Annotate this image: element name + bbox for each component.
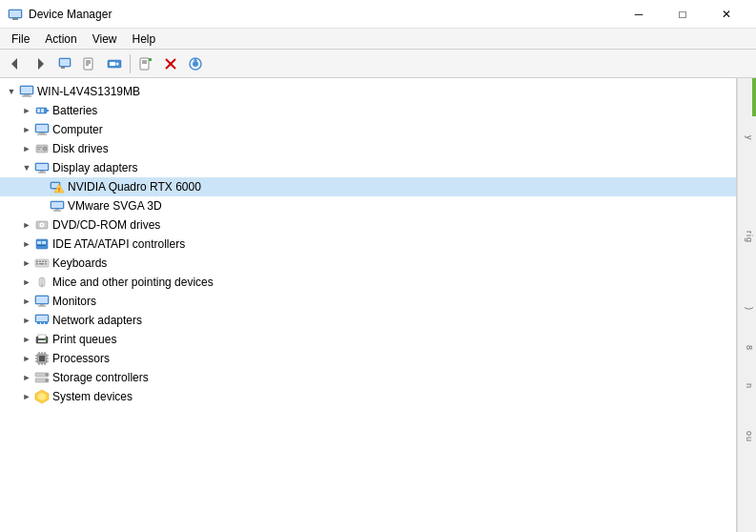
batteries-expand[interactable]: ► [19,103,34,118]
toolbar-separator-1 [130,54,131,73]
svg-rect-63 [42,261,44,263]
computer-label: Computer [52,123,103,136]
sidebar-annotation: y [741,135,754,141]
tree-root[interactable]: ▼ WIN-L4V4S1319MB [0,82,736,101]
title-bar: Device Manager ─ □ ✕ [0,0,756,29]
tree-item-ide[interactable]: ► IDE ATA/ATAPI controllers [0,235,736,254]
svg-rect-8 [84,58,92,70]
svg-rect-85 [39,356,45,361]
network-label: Network adapters [52,314,142,327]
svg-rect-59 [37,245,46,246]
keyboards-label: Keyboards [52,256,107,270]
svg-rect-2 [10,10,21,17]
displayadapters-expand[interactable]: ▼ [19,160,34,175]
tree-item-nvidia[interactable]: ► ! NVIDIA Quadro RTX 6000 [0,177,736,196]
svg-rect-74 [38,306,46,307]
tree-item-systemdevices[interactable]: ► System devices [0,387,736,406]
nvidia-label: NVIDIA Quadro RTX 6000 [68,180,201,194]
tree-item-mice[interactable]: ► Mice and other pointing devices [0,273,736,292]
svg-rect-73 [40,304,44,306]
svg-point-70 [41,284,43,286]
diskdrives-expand[interactable]: ► [19,141,34,156]
svg-rect-39 [37,149,40,150]
ide-expand[interactable]: ► [19,236,34,252]
batteries-label: Batteries [52,104,97,117]
tree-item-keyboards[interactable]: ► Keyboards [0,254,736,273]
tree-item-diskdrives[interactable]: ► Disk drives [0,139,736,158]
remove-button[interactable] [159,52,182,75]
processors-expand[interactable]: ► [19,351,34,366]
monitors-expand[interactable]: ► [19,294,34,309]
device-button[interactable] [103,52,126,75]
forward-button[interactable] [29,52,51,75]
svg-rect-34 [39,133,45,134]
menu-view[interactable]: View [85,31,125,48]
processors-icon [34,351,50,366]
menu-bar: File Action View Help [0,29,756,50]
svg-rect-1 [12,18,18,20]
ide-label: IDE ATA/ATAPI controllers [52,237,185,251]
tree-item-processors[interactable]: ► Proces [0,349,736,368]
keyboards-expand[interactable]: ► [19,256,34,271]
update-driver-button[interactable] [184,52,207,75]
svg-rect-30 [37,109,40,113]
tree-item-network[interactable]: ► Network adapters [0,311,736,330]
back-button[interactable] [4,52,27,75]
up-button[interactable] [53,52,76,75]
tree-item-storagecontrollers[interactable]: ► Storage controllers [0,368,736,387]
menu-help[interactable]: Help [125,31,164,48]
svg-rect-38 [37,147,42,148]
ide-icon [34,236,50,252]
computer2-icon [34,122,50,137]
svg-rect-64 [45,261,47,263]
storagecontrollers-label: Storage controllers [52,371,149,384]
svg-rect-33 [36,125,48,132]
tree-item-batteries[interactable]: ► Batteries [0,101,736,120]
tree-item-dvdrom[interactable]: ► DVD/CD-ROM drives [0,215,736,235]
monitors-icon [34,294,50,309]
scan-hardware-button[interactable] [134,52,157,75]
svg-rect-65 [36,263,38,265]
svg-rect-51 [55,209,59,211]
printqueues-expand[interactable]: ► [19,332,34,347]
printqueues-icon [34,332,50,347]
nvidia-warning-icon: ! [50,179,65,194]
svg-rect-13 [110,62,115,66]
title-bar-left: Device Manager [8,7,112,22]
batteries-icon [34,103,50,118]
computer-icon [19,84,34,99]
svg-rect-57 [37,241,41,244]
svg-rect-43 [38,173,46,174]
device-tree[interactable]: ▼ WIN-L4V4S1319MB ► [0,78,737,532]
svg-rect-62 [39,261,41,263]
systemdevices-expand[interactable]: ► [19,389,34,404]
svg-rect-72 [36,297,48,303]
keyboards-icon [34,256,50,271]
network-icon [34,313,50,328]
mice-expand[interactable]: ► [19,275,34,290]
tree-item-vmware[interactable]: ► VMware SVGA 3D [0,196,736,215]
diskdrives-icon [34,141,50,156]
dvdrom-expand[interactable]: ► [19,217,34,233]
close-button[interactable]: ✕ [705,0,748,29]
storagecontrollers-expand[interactable]: ► [19,370,34,385]
tree-item-monitors[interactable]: ► Monitors [0,292,736,311]
app-icon [8,7,23,22]
svg-rect-78 [41,322,44,324]
computer-expand[interactable]: ► [19,122,34,137]
network-expand[interactable]: ► [19,313,34,328]
maximize-button[interactable]: □ [661,0,705,29]
menu-file[interactable]: File [4,31,37,48]
root-expand-arrow[interactable]: ▼ [4,84,19,99]
tree-item-displayadapters[interactable]: ▼ Display adapters [0,158,736,177]
svg-rect-61 [36,261,38,263]
properties-button[interactable] [78,52,101,75]
systemdevices-label: System devices [52,390,133,403]
svg-marker-3 [11,58,17,70]
tree-item-printqueues[interactable]: ► Print queues [0,330,736,349]
svg-rect-35 [37,134,47,135]
tree-item-computer[interactable]: ► Computer [0,120,736,139]
svg-point-101 [46,379,48,381]
menu-action[interactable]: Action [37,31,84,48]
minimize-button[interactable]: ─ [617,0,661,29]
